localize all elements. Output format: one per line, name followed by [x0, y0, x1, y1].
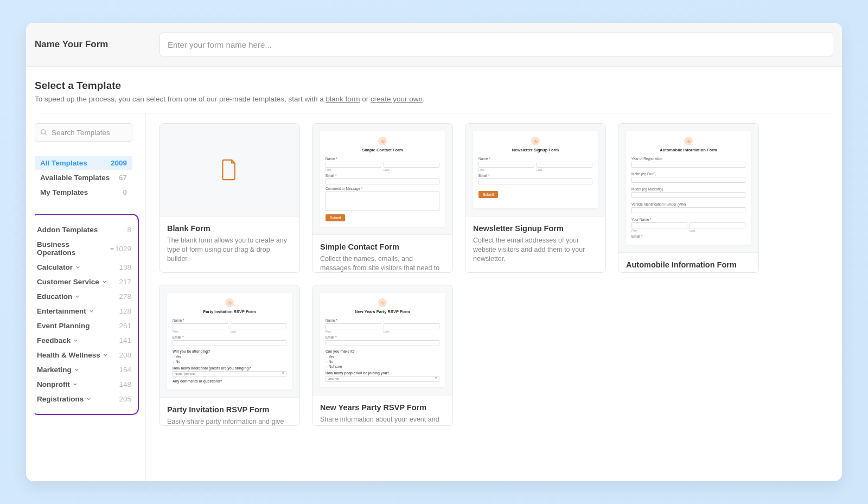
form-builder-panel: Name Your Form Select a Template To spee…: [26, 23, 842, 481]
template-card-body: Blank FormThe blank form allows you to c…: [159, 216, 299, 272]
template-card[interactable]: ⎋Newsletter Signup FormName *FirstLastEm…: [465, 123, 606, 273]
category-count: 148: [119, 380, 131, 388]
category-label: Health & Wellness: [37, 351, 108, 359]
template-preview: ⎋New Years Party RSVP FormName *FirstLas…: [312, 285, 452, 395]
search-icon: [40, 129, 48, 136]
category-label: Customer Service: [37, 278, 107, 286]
select-template-subtext: To speed up the process, you can select …: [35, 95, 833, 103]
template-title: Newsletter Signup Form: [473, 224, 598, 233]
category-label: Addon Templates: [37, 226, 98, 234]
category-label: Business Operations: [37, 240, 115, 257]
form-name-input[interactable]: [159, 33, 833, 56]
nav-available-templates[interactable]: Available Templates 67: [35, 170, 132, 185]
template-card[interactable]: ⎋Simple Contact FormName *FirstLastEmail…: [312, 123, 453, 273]
search-templates-input[interactable]: [35, 123, 132, 142]
category-count: 128: [119, 307, 131, 315]
template-description: The blank form allows you to create any …: [167, 236, 292, 264]
nav-all-templates[interactable]: All Templates 2009: [35, 156, 132, 170]
chevron-down-icon: [109, 246, 115, 252]
category-label: Education: [37, 292, 80, 301]
template-preview: ⎋Simple Contact FormName *FirstLastEmail…: [312, 124, 452, 234]
category-count: 208: [119, 351, 131, 359]
chevron-down-icon: [88, 308, 94, 314]
category-item[interactable]: Event Planning261: [37, 318, 136, 333]
template-description: Easily share party information and give …: [167, 417, 292, 426]
chevron-down-icon: [74, 294, 80, 299]
category-label: Nonprofit: [37, 380, 78, 388]
template-card-body: Party Invitation RSVP FormEasily share p…: [159, 397, 299, 426]
name-form-label: Name Your Form: [35, 39, 159, 50]
category-item[interactable]: Nonprofit148: [37, 377, 136, 392]
category-label: Calculator: [37, 263, 81, 271]
category-label: Event Planning: [37, 322, 90, 330]
select-template-heading: Select a Template: [35, 80, 833, 92]
category-item[interactable]: Addon Templates8: [37, 222, 136, 237]
preview-inner: ⎋New Years Party RSVP FormName *FirstLas…: [320, 293, 445, 387]
template-card[interactable]: ⎋Party Invitation RSVP FormName *FirstLa…: [159, 285, 300, 426]
category-item[interactable]: Health & Wellness208: [37, 348, 136, 362]
category-item[interactable]: Customer Service217: [37, 275, 136, 289]
category-label: Registrations: [37, 395, 92, 403]
template-grid: Blank FormThe blank form allows you to c…: [146, 113, 833, 481]
template-card[interactable]: ⎋Automobile Information FormYear of Regi…: [618, 123, 759, 273]
search-wrapper: [35, 123, 132, 142]
template-card[interactable]: Blank FormThe blank form allows you to c…: [159, 123, 300, 273]
preview-inner: ⎋Party Invitation RSVP FormName *FirstLa…: [167, 293, 292, 390]
blank-form-link[interactable]: blank form: [326, 95, 360, 103]
category-item[interactable]: Feedback141: [37, 333, 136, 348]
nav-group: All Templates 2009 Available Templates 6…: [35, 156, 145, 200]
template-title: Party Invitation RSVP Form: [167, 405, 292, 414]
nav-my-templates[interactable]: My Templates 0: [35, 185, 132, 200]
category-label: Feedback: [37, 336, 79, 344]
category-item[interactable]: Business Operations1029: [37, 237, 136, 260]
template-card[interactable]: ⎋New Years Party RSVP FormName *FirstLas…: [312, 285, 453, 426]
template-title: Blank Form: [167, 224, 292, 233]
template-description: Collect the email addresses of your webs…: [473, 236, 598, 264]
chevron-down-icon: [75, 264, 81, 270]
body: All Templates 2009 Available Templates 6…: [35, 113, 833, 481]
template-description: Collect the names, emails, and messages …: [320, 254, 445, 273]
category-count: 138: [119, 263, 131, 271]
template-title: Simple Contact Form: [320, 243, 445, 251]
svg-point-0: [41, 130, 46, 134]
template-description: Gather information for car insurance, re…: [626, 272, 751, 273]
svg-line-1: [45, 133, 47, 135]
preview-logo-icon: ⎋: [378, 137, 387, 145]
preview-logo-icon: ⎋: [378, 298, 387, 307]
category-count: 217: [119, 278, 131, 286]
chevron-down-icon: [72, 381, 78, 387]
category-count: 141: [119, 336, 131, 344]
category-label: Entertainment: [37, 307, 94, 315]
template-card-body: Automobile Information FormGather inform…: [618, 252, 758, 273]
preview-logo-icon: ⎋: [531, 137, 540, 145]
chevron-down-icon: [74, 367, 80, 373]
category-item[interactable]: Entertainment128: [37, 304, 136, 318]
preview-inner: ⎋Automobile Information FormYear of Regi…: [626, 131, 751, 245]
category-count: 164: [119, 366, 131, 374]
template-preview: ⎋Party Invitation RSVP FormName *FirstLa…: [159, 285, 299, 397]
blank-form-icon: [220, 158, 239, 181]
content-area: Select a Template To speed up the proces…: [26, 67, 842, 481]
template-title: Automobile Information Form: [626, 260, 751, 269]
category-item[interactable]: Education278: [37, 289, 136, 304]
preview-inner: ⎋Newsletter Signup FormName *FirstLastEm…: [473, 131, 598, 208]
create-your-own-link[interactable]: create your own: [371, 95, 423, 103]
chevron-down-icon: [73, 337, 79, 343]
category-count: 205: [119, 395, 131, 403]
category-count: 1029: [115, 245, 131, 253]
top-bar: Name Your Form: [26, 23, 842, 67]
category-item[interactable]: Marketing164: [37, 362, 136, 377]
category-count: 261: [119, 322, 131, 330]
template-title: New Years Party RSVP Form: [320, 403, 445, 412]
template-preview: [159, 124, 299, 216]
chevron-down-icon: [101, 279, 107, 285]
preview-inner: ⎋Simple Contact FormName *FirstLastEmail…: [320, 131, 445, 227]
category-label: Marketing: [37, 366, 80, 374]
category-item[interactable]: Calculator138: [37, 260, 136, 275]
category-item[interactable]: Registrations205: [37, 392, 136, 406]
template-card-body: Newsletter Signup FormCollect the email …: [465, 216, 605, 272]
preview-logo-icon: ⎋: [225, 298, 234, 307]
template-card-body: Simple Contact FormCollect the names, em…: [312, 234, 452, 273]
template-preview: ⎋Newsletter Signup FormName *FirstLastEm…: [465, 124, 605, 216]
template-preview: ⎋Automobile Information FormYear of Regi…: [618, 124, 758, 252]
